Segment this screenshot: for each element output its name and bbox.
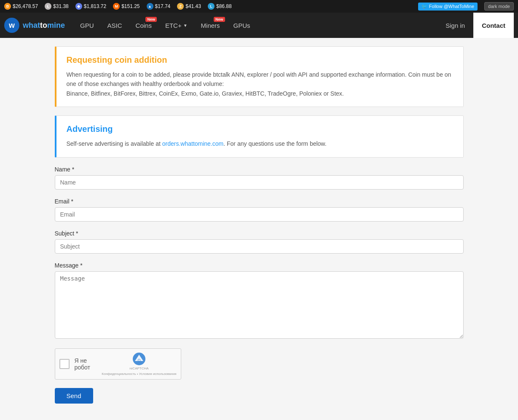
twitter-label: Follow @WhatToMine <box>429 4 474 9</box>
recaptcha-checkbox[interactable] <box>59 359 70 369</box>
zec-icon: Z <box>177 3 184 10</box>
ticker-zec[interactable]: Z $41.43 <box>177 3 201 10</box>
miners-badge: New <box>214 17 225 22</box>
message-input[interactable] <box>55 271 464 339</box>
message-label: Message * <box>55 262 464 269</box>
ticker-eth[interactable]: ◆ $1,813.72 <box>75 3 106 10</box>
subject-field-group: Subject * <box>55 230 464 254</box>
twitter-icon: 🐦 <box>421 4 427 9</box>
coin-addition-box: Requesting coin addition When requesting… <box>55 46 464 107</box>
ltc-icon: Ł <box>45 3 51 10</box>
recaptcha-widget[interactable]: Я не робот reCAPTCHA Конфиденциальность … <box>55 348 181 380</box>
etc-dropdown-icon: ▼ <box>183 23 188 28</box>
dash-price: $17.74 <box>155 3 171 9</box>
subject-label: Subject * <box>55 230 464 237</box>
nav-item-coins[interactable]: Coins New <box>129 13 158 38</box>
twitter-follow-button[interactable]: 🐦 Follow @WhatToMine <box>418 3 478 11</box>
main-content: Requesting coin addition When requesting… <box>48 38 470 412</box>
email-label: Email * <box>55 198 464 205</box>
xmr-price: $151.25 <box>121 3 140 9</box>
ticker-dash[interactable]: ▲ $17.74 <box>147 3 171 10</box>
svg-point-2 <box>138 359 140 361</box>
lbc-price: $86.88 <box>216 3 232 9</box>
nav-item-asic[interactable]: ASIC <box>101 13 129 38</box>
ltc-price: $31.38 <box>53 3 69 9</box>
contact-form: Name * Email * Subject * Message * Я не … <box>55 166 464 404</box>
eth-icon: ◆ <box>75 3 82 10</box>
logo[interactable]: w whattomine <box>4 18 65 33</box>
zec-price: $41.43 <box>185 3 201 9</box>
logo-text: whattomine <box>23 21 65 30</box>
coins-badge: New <box>145 17 157 22</box>
nav-asic-label: ASIC <box>107 22 122 29</box>
contact-button[interactable]: Contact <box>473 13 514 38</box>
nav-item-gpu[interactable]: GPU <box>73 13 101 38</box>
ticker-bar: B $26,478.57 Ł $31.38 ◆ $1,813.72 M $151… <box>0 0 518 13</box>
advertising-box: Advertising Self-serve advertising is av… <box>55 115 464 157</box>
coin-addition-body: When requesting for a coin to be added, … <box>67 70 453 98</box>
nav-etc-label: ETC+ <box>165 22 182 29</box>
btc-icon: B <box>4 3 11 10</box>
ticker-xmr[interactable]: M $151.25 <box>113 3 140 10</box>
message-field-group: Message * <box>55 262 464 340</box>
recaptcha-icon <box>132 352 146 366</box>
advertising-title: Advertising <box>67 124 453 134</box>
nav-gpus-label: GPUs <box>234 22 250 29</box>
recaptcha-brand: reCAPTCHA <box>129 366 148 370</box>
dark-mode-button[interactable]: dark mode <box>484 2 514 11</box>
nav-gpu-label: GPU <box>80 22 94 29</box>
btc-price: $26,478.57 <box>13 3 38 9</box>
name-input[interactable] <box>55 175 464 190</box>
coin-addition-title: Requesting coin addition <box>67 55 453 65</box>
subject-input[interactable] <box>55 239 464 254</box>
dark-mode-label: dark mode <box>488 4 510 9</box>
recaptcha-footer: Конфиденциальность • Условия использован… <box>102 372 176 376</box>
lbc-icon: L <box>208 3 215 10</box>
send-label: Send <box>67 392 81 399</box>
nav-item-etc[interactable]: ETC+ ▼ <box>158 13 194 38</box>
email-input[interactable] <box>55 207 464 222</box>
nav-item-miners[interactable]: Miners New <box>194 13 227 38</box>
signin-label: Sign in <box>446 22 465 29</box>
send-button[interactable]: Send <box>55 388 93 404</box>
nav-miners-label: Miners <box>201 22 220 29</box>
name-label: Name * <box>55 166 464 173</box>
recaptcha-label: Я не робот <box>75 357 97 371</box>
advertising-link[interactable]: orders.whattomine.com <box>162 140 224 147</box>
xmr-icon: M <box>113 3 120 10</box>
nav-item-gpus[interactable]: GPUs <box>227 13 257 38</box>
signin-button[interactable]: Sign in <box>437 13 473 38</box>
dash-icon: ▲ <box>147 3 153 10</box>
ticker-ltc[interactable]: Ł $31.38 <box>45 3 69 10</box>
email-field-group: Email * <box>55 198 464 222</box>
advertising-body: Self-serve advertising is available at o… <box>67 139 453 148</box>
name-field-group: Name * <box>55 166 464 190</box>
logo-icon: w <box>4 18 19 33</box>
ticker-btc[interactable]: B $26,478.57 <box>4 3 38 10</box>
nav-coins-label: Coins <box>136 22 152 29</box>
recaptcha-logo: reCAPTCHA Конфиденциальность • Условия и… <box>102 352 176 376</box>
ticker-lbc[interactable]: L $86.88 <box>208 3 232 10</box>
contact-label: Contact <box>482 22 505 29</box>
eth-price: $1,813.72 <box>84 3 106 9</box>
navbar: w whattomine GPU ASIC Coins New ETC+ ▼ M… <box>0 13 518 38</box>
